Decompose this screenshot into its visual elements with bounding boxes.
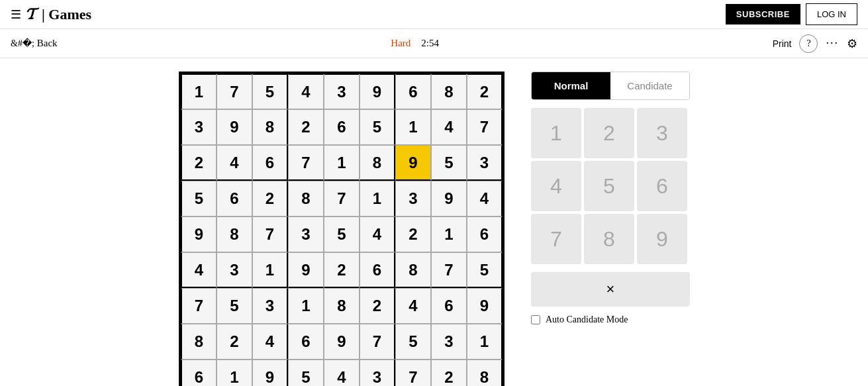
sudoku-cell[interactable]: 4 — [252, 324, 288, 360]
back-label[interactable]: Back — [37, 38, 58, 49]
num-button-6[interactable]: 6 — [637, 161, 687, 211]
sudoku-cell[interactable]: 4 — [288, 73, 324, 109]
sudoku-cell[interactable]: 4 — [181, 252, 217, 288]
sudoku-cell[interactable]: 4 — [360, 217, 395, 252]
sudoku-cell[interactable]: 7 — [217, 73, 252, 109]
login-button[interactable]: LOG IN — [806, 3, 857, 25]
sudoku-cell[interactable]: 6 — [467, 217, 503, 252]
sudoku-cell[interactable]: 5 — [288, 360, 324, 386]
sudoku-cell[interactable]: 4 — [395, 288, 431, 324]
num-button-9[interactable]: 9 — [637, 214, 687, 264]
sudoku-cell[interactable]: 2 — [217, 324, 252, 360]
sudoku-cell[interactable]: 6 — [181, 360, 217, 386]
sudoku-cell[interactable]: 9 — [360, 73, 395, 109]
sudoku-cell[interactable]: 8 — [467, 360, 503, 386]
num-button-5[interactable]: 5 — [584, 161, 634, 211]
sudoku-cell[interactable]: 1 — [467, 324, 503, 360]
sudoku-cell[interactable]: 9 — [217, 109, 252, 145]
sudoku-cell[interactable]: 6 — [431, 288, 467, 324]
sudoku-cell[interactable]: 2 — [252, 181, 288, 217]
sudoku-cell[interactable]: 8 — [324, 288, 360, 324]
sudoku-cell[interactable]: 5 — [252, 73, 288, 109]
sudoku-cell[interactable]: 4 — [467, 181, 503, 217]
sudoku-cell[interactable]: 2 — [181, 145, 217, 181]
sudoku-cell[interactable]: 5 — [395, 324, 431, 360]
sudoku-cell[interactable]: 6 — [324, 109, 360, 145]
sudoku-cell[interactable]: 6 — [288, 324, 324, 360]
sudoku-cell[interactable]: 2 — [467, 73, 503, 109]
sudoku-cell[interactable]: 3 — [360, 360, 395, 386]
print-button[interactable]: Print — [773, 38, 792, 49]
sudoku-cell[interactable]: 6 — [252, 145, 288, 181]
num-button-8[interactable]: 8 — [584, 214, 634, 264]
sudoku-cell[interactable]: 7 — [181, 288, 217, 324]
sudoku-cell[interactable]: 2 — [431, 360, 467, 386]
sudoku-cell[interactable]: 3 — [395, 181, 431, 217]
sudoku-cell[interactable]: 8 — [217, 217, 252, 252]
sudoku-cell[interactable]: 4 — [324, 360, 360, 386]
sudoku-cell[interactable]: 3 — [288, 217, 324, 252]
help-icon[interactable]: ? — [799, 34, 818, 53]
sudoku-cell[interactable]: 9 — [252, 360, 288, 386]
auto-candidate-checkbox[interactable] — [531, 315, 540, 324]
sudoku-cell[interactable]: 9 — [431, 181, 467, 217]
sudoku-cell[interactable]: 8 — [431, 73, 467, 109]
sudoku-cell[interactable]: 6 — [360, 252, 395, 288]
sudoku-cell[interactable]: 1 — [288, 288, 324, 324]
sudoku-cell[interactable]: 7 — [252, 217, 288, 252]
sudoku-cell[interactable]: 1 — [395, 109, 431, 145]
sudoku-cell[interactable]: 8 — [360, 145, 395, 181]
sudoku-cell[interactable]: 7 — [288, 145, 324, 181]
sudoku-cell[interactable]: 9 — [324, 324, 360, 360]
sudoku-cell[interactable]: 3 — [467, 145, 503, 181]
back-nav[interactable]: &#�; Back — [11, 38, 58, 49]
subscribe-button[interactable]: SUBSCRIBE — [726, 4, 800, 24]
sudoku-cell[interactable]: 3 — [181, 109, 217, 145]
delete-button[interactable]: × — [531, 272, 690, 307]
sudoku-cell[interactable]: 1 — [431, 217, 467, 252]
sudoku-cell[interactable]: 5 — [467, 252, 503, 288]
more-icon[interactable]: ··· — [826, 36, 839, 50]
num-button-2[interactable]: 2 — [584, 108, 634, 158]
sudoku-cell[interactable]: 8 — [252, 109, 288, 145]
num-button-1[interactable]: 1 — [531, 108, 581, 158]
candidate-mode-button[interactable]: Candidate — [610, 72, 689, 99]
sudoku-cell[interactable]: 2 — [360, 288, 395, 324]
sudoku-cell[interactable]: 5 — [431, 145, 467, 181]
sudoku-cell[interactable]: 5 — [181, 181, 217, 217]
sudoku-cell[interactable]: 8 — [288, 181, 324, 217]
sudoku-cell[interactable]: 7 — [467, 109, 503, 145]
sudoku-cell[interactable]: 1 — [360, 181, 395, 217]
sudoku-cell[interactable]: 6 — [395, 73, 431, 109]
sudoku-cell[interactable]: 5 — [360, 109, 395, 145]
num-button-3[interactable]: 3 — [637, 108, 687, 158]
normal-mode-button[interactable]: Normal — [532, 72, 610, 99]
gear-icon[interactable]: ⚙ — [847, 36, 857, 51]
sudoku-cell[interactable]: 3 — [431, 324, 467, 360]
sudoku-cell[interactable]: 4 — [431, 109, 467, 145]
sudoku-cell[interactable]: 3 — [217, 252, 252, 288]
sudoku-cell[interactable]: 2 — [395, 217, 431, 252]
sudoku-cell[interactable]: 2 — [324, 252, 360, 288]
sudoku-cell[interactable]: 1 — [252, 252, 288, 288]
sudoku-cell[interactable]: 8 — [181, 324, 217, 360]
sudoku-cell[interactable]: 5 — [324, 217, 360, 252]
hamburger-icon[interactable]: ☰ — [11, 7, 21, 22]
sudoku-cell[interactable]: 9 — [181, 217, 217, 252]
sudoku-cell[interactable]: 7 — [360, 324, 395, 360]
sudoku-cell[interactable]: 8 — [395, 252, 431, 288]
sudoku-cell[interactable]: 5 — [217, 288, 252, 324]
sudoku-cell[interactable]: 9 — [288, 252, 324, 288]
sudoku-cell[interactable]: 3 — [324, 73, 360, 109]
sudoku-cell[interactable]: 7 — [431, 252, 467, 288]
sudoku-cell[interactable]: 1 — [217, 360, 252, 386]
sudoku-cell[interactable]: 9 — [395, 145, 431, 181]
sudoku-cell[interactable]: 7 — [324, 181, 360, 217]
sudoku-cell[interactable]: 9 — [467, 288, 503, 324]
sudoku-cell[interactable]: 7 — [395, 360, 431, 386]
sudoku-cell[interactable]: 2 — [288, 109, 324, 145]
sudoku-cell[interactable]: 4 — [217, 145, 252, 181]
sudoku-cell[interactable]: 1 — [181, 73, 217, 109]
sudoku-cell[interactable]: 6 — [217, 181, 252, 217]
sudoku-cell[interactable]: 3 — [252, 288, 288, 324]
